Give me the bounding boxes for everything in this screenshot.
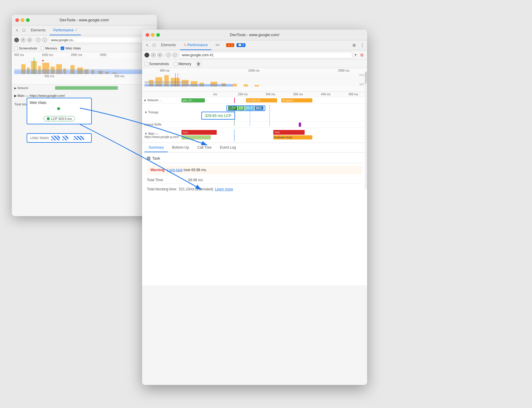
settings-icon-toolbar[interactable]: ⚙ [359, 52, 365, 58]
front-titlebar: DevTools - www.google.com/ [142, 30, 367, 40]
total-blocking-value: 521.10ms (estimated) [179, 187, 213, 191]
fcp-badge: FCP [245, 106, 254, 110]
front-timing-area: ms 299 ms 349 ms 399 ms 449 ms 499 ms ▶ … [142, 92, 367, 143]
total-time-value: 69.98 ms [188, 178, 203, 182]
dcl-badge: DCL [255, 106, 264, 110]
learn-more-link-front[interactable]: Learn more [215, 187, 233, 191]
timings-content: LCP FP FCP DCL 329.65 ms LCP [172, 105, 367, 120]
front-scrollbar[interactable] [365, 71, 367, 189]
tab-performance-front[interactable]: ⚠ Performance [180, 40, 211, 50]
tab-summary[interactable]: Summary [144, 143, 168, 152]
hatched-block-3 [74, 136, 84, 140]
lcp-dot-badge [47, 117, 50, 120]
webvitals-cb-box-back: ✓ [61, 46, 64, 50]
clear-button-back[interactable]: ⊘ [27, 38, 32, 42]
front-checkboxes: Screenshots Memory 🗑 [142, 60, 367, 68]
hatched-block-2 [62, 136, 68, 140]
memory-checkbox-back[interactable]: Memory [41, 46, 57, 50]
device-icon-front[interactable]: ☐ [151, 42, 157, 48]
back-toolbar: ↺ ⊘ ↑ ↓ [12, 36, 157, 44]
webvitals-checkbox-back[interactable]: ✓ Web Vitals [61, 46, 81, 50]
minimize-button-front[interactable] [151, 33, 155, 37]
download-button-back[interactable]: ↓ [42, 38, 47, 42]
url-input-back[interactable] [49, 37, 155, 43]
total-blocking-row-front: Total blocking time: 521.10ms (estimated… [147, 185, 362, 193]
memory-cb-box-back [41, 46, 44, 50]
back-cpu-chart [14, 58, 155, 74]
back-checkboxes: Screenshots Memory ✓ Web Vitals [12, 44, 157, 52]
back-titlebar: DevTools - www.google.com/ [12, 15, 157, 25]
device-icon[interactable]: ☐ [21, 28, 27, 33]
screenshots-checkbox-back[interactable]: Screenshots [14, 46, 37, 50]
maximize-button-front[interactable] [156, 33, 160, 37]
reload-button-front[interactable]: ↺ [151, 53, 156, 57]
badge-group: ⚠ 1 💬 2 [225, 43, 246, 47]
back-devtools-window: DevTools - www.google.com/ ↖ ☐ Elements … [12, 15, 157, 216]
summary-task-row: Task [147, 156, 362, 160]
tab-close-back[interactable]: ✕ [75, 28, 77, 32]
screenshots-cb-box-back [14, 46, 18, 50]
evaluate-script-bar[interactable]: Evaluate Script [273, 135, 312, 139]
task-color-indicator [147, 157, 150, 160]
timings-track-label: ▼ Timings [142, 110, 172, 115]
network-pill-1: gen_20... [181, 98, 205, 102]
tab-elements-back[interactable]: Elements [27, 25, 49, 35]
upload-button-front[interactable]: ↑ [166, 53, 171, 57]
separator-1 [147, 163, 362, 163]
maximize-button-back[interactable] [26, 18, 30, 22]
scrollbar-thumb[interactable] [365, 72, 367, 83]
main-row-label-back: ▶ Main — https://www.google.com/ [14, 94, 65, 98]
main-content: Task Task Evaluate Script [172, 129, 367, 141]
front-toolbar: ↺ ⊘ ↑ ↓ www.google.com #1 ▼ ⚙ [142, 50, 367, 60]
network-track-content-back [50, 86, 155, 91]
reload-button-back[interactable]: ↺ [21, 38, 25, 42]
minimize-button-back[interactable] [21, 18, 24, 22]
cursor-icon[interactable]: ↖ [14, 28, 20, 33]
record-button-front[interactable] [144, 53, 149, 57]
more-icon-front[interactable]: ⋮ [360, 42, 365, 48]
tab-call-tree[interactable]: Call Tree [193, 143, 216, 152]
tab-event-log[interactable]: Event Log [216, 143, 240, 152]
network-content: gen_20... m=cdos,hs... cb=gapi.l... [172, 98, 367, 103]
back-timeline-overview: 992 ms 1992 ms 2992 ms 3992 [12, 52, 157, 85]
summary-panel: Task Warning Long task took 69.98 ms. To… [142, 152, 367, 197]
vline-main [234, 129, 234, 141]
network-track-label-front: ▶ Network ... [142, 98, 172, 102]
evaluate-script-label: Evaluate Script [274, 136, 292, 139]
screenshots-cb-box-front [144, 62, 148, 66]
warning-icon-tab: ⚠ [184, 43, 187, 47]
warning-badge[interactable]: ⚠ 1 [226, 43, 234, 47]
memory-checkbox-front[interactable]: Memory [174, 62, 191, 66]
main-track-front: ▼ Main — https://www.google.g.com/ Task … [142, 128, 367, 143]
warning-label: Warning [150, 168, 165, 172]
layout-shifts-content [172, 122, 367, 127]
settings-icon-front[interactable]: ⚙ [351, 42, 357, 48]
network-pill-2: m=cdos,hs... [246, 98, 277, 102]
front-devtools-tabs: ↖ ☐ Elements ⚠ Performance >> ⚠ 1 💬 2 ⚙ … [142, 40, 367, 50]
clear-button-front[interactable]: ⊘ [157, 53, 162, 57]
tab-bottom-up[interactable]: Bottom-Up [168, 143, 193, 152]
red-vline-network [234, 98, 235, 103]
lcp-dot-top [57, 107, 60, 110]
download-button-front[interactable]: ↓ [173, 53, 177, 57]
total-time-row: Total Time 69.98 ms [147, 177, 362, 184]
upload-button-back[interactable]: ↑ [36, 38, 41, 42]
url-bar-front[interactable]: www.google.com #1 [179, 52, 352, 58]
close-button-back[interactable] [15, 18, 19, 22]
network-track-label-back: ▶ Network [14, 86, 50, 90]
delete-button-front[interactable]: 🗑 [196, 61, 201, 67]
tab-performance-back[interactable]: Performance ✕ [50, 25, 81, 35]
cursor-icon-front[interactable]: ↖ [144, 42, 150, 48]
long-task-link[interactable]: Long task [167, 168, 183, 172]
front-devtools-window: DevTools - www.google.com/ ↖ ☐ Elements … [142, 30, 367, 385]
timings-track-front[interactable]: ▼ Timings LCP FP FCP DCL 329.65 ms LCP [142, 104, 367, 121]
screenshots-checkbox-front[interactable]: Screenshots [144, 62, 169, 66]
close-button-front[interactable] [146, 33, 149, 37]
tab-elements-front[interactable]: Elements [157, 40, 179, 50]
record-button-back[interactable] [14, 38, 19, 42]
tab-more-front[interactable]: >> [212, 40, 223, 50]
web-vitals-box-back: Web Vitals LCP 323.5 ms [27, 98, 92, 124]
bottom-tabs: Summary Bottom-Up Call Tree Event Log [142, 143, 367, 152]
comment-badge[interactable]: 💬 2 [237, 43, 245, 47]
dropdown-arrow[interactable]: ▼ [354, 53, 357, 57]
